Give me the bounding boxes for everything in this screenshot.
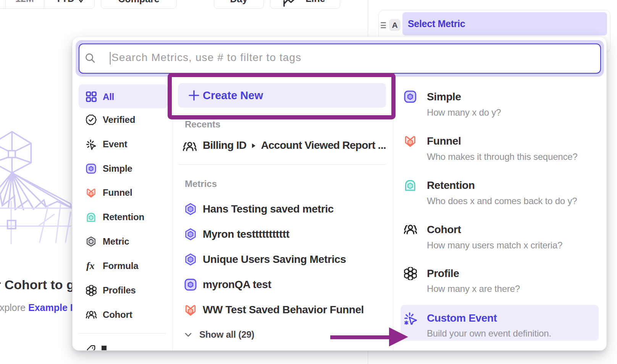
svg-text:fx: fx (86, 261, 95, 271)
